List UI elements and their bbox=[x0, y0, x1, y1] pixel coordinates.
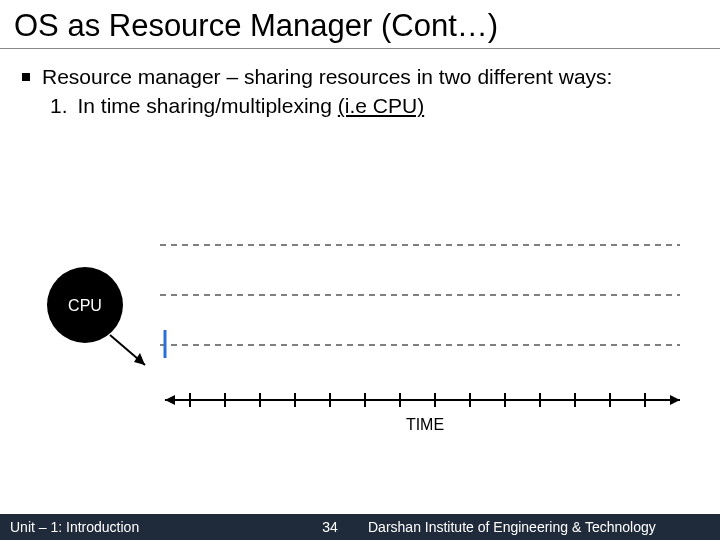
time-label: TIME bbox=[406, 416, 444, 433]
sub-bullet-item: 1. In time sharing/multiplexing (i.e CPU… bbox=[50, 94, 698, 118]
sub-text-plain: In time sharing/multiplexing bbox=[78, 94, 338, 117]
time-multiplex-diagram: CPU TIME bbox=[30, 190, 690, 450]
arrow-head-icon bbox=[134, 353, 145, 365]
bullet-square-icon bbox=[22, 73, 30, 81]
footer-right: Darshan Institute of Engineering & Techn… bbox=[360, 519, 720, 535]
slide-title: OS as Resource Manager (Cont…) bbox=[0, 0, 720, 49]
footer-page-number: 34 bbox=[300, 519, 360, 535]
sub-bullet-number: 1. bbox=[50, 94, 68, 118]
time-arrow-left-icon bbox=[165, 395, 175, 405]
cpu-label: CPU bbox=[68, 297, 102, 314]
bullet-item: Resource manager – sharing resources in … bbox=[22, 63, 698, 90]
content-area: Resource manager – sharing resources in … bbox=[0, 49, 720, 118]
footer-bar: Unit – 1: Introduction 34 Darshan Instit… bbox=[0, 514, 720, 540]
sub-text-underline: (i.e CPU) bbox=[338, 94, 424, 117]
time-arrow-right-icon bbox=[670, 395, 680, 405]
sub-bullet-text: In time sharing/multiplexing (i.e CPU) bbox=[78, 94, 425, 118]
slide: OS as Resource Manager (Cont…) Resource … bbox=[0, 0, 720, 540]
bullet-text: Resource manager – sharing resources in … bbox=[42, 63, 612, 90]
footer-left: Unit – 1: Introduction bbox=[0, 519, 300, 535]
